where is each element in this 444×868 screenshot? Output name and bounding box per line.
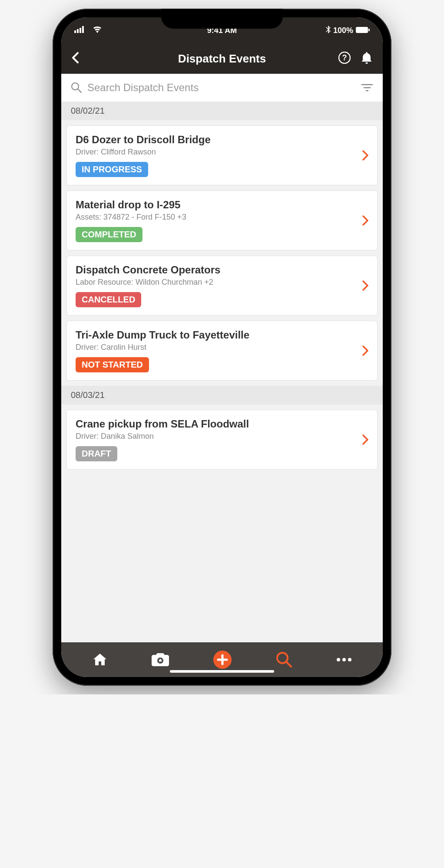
date-header: 08/03/21: [61, 386, 383, 404]
svg-line-18: [286, 662, 291, 667]
chevron-right-icon: [362, 150, 368, 161]
search-input[interactable]: Search Dispatch Events: [87, 82, 356, 94]
svg-rect-1: [77, 29, 79, 33]
event-title: Tri-Axle Dump Truck to Fayetteville: [76, 329, 362, 341]
nav-more-button[interactable]: [336, 658, 352, 662]
event-title: Dispatch Concrete Operators: [76, 264, 362, 276]
event-card[interactable]: D6 Dozer to Driscoll BridgeDriver: Cliff…: [66, 125, 378, 185]
event-content: D6 Dozer to Driscoll BridgeDriver: Cliff…: [76, 134, 362, 177]
svg-point-19: [337, 658, 340, 661]
battery-icon: [356, 26, 370, 35]
search-placeholder: Search Dispatch Events: [87, 82, 199, 93]
svg-rect-2: [80, 28, 81, 33]
nav-camera-button[interactable]: [152, 652, 169, 667]
nav-home-button[interactable]: [92, 652, 108, 667]
event-content: Crane pickup from SELA FloodwallDriver: …: [76, 418, 362, 461]
event-content: Tri-Axle Dump Truck to FayettevilleDrive…: [76, 329, 362, 372]
svg-point-21: [348, 658, 351, 661]
svg-point-20: [342, 658, 346, 661]
svg-rect-5: [368, 29, 370, 31]
status-badge: COMPLETED: [76, 227, 142, 242]
status-right: 100%: [325, 26, 370, 36]
chevron-right-icon: [362, 280, 368, 291]
page-title: Dispatch Events: [178, 52, 266, 66]
status-badge: NOT STARTED: [76, 357, 149, 372]
event-subtitle: Driver: Danika Salmon: [76, 432, 362, 441]
nav-search-button[interactable]: [276, 651, 292, 668]
phone-screen: 9:41 AM 100% Dispatch Events ?: [61, 17, 383, 677]
event-subtitle: Driver: Clifford Rawson: [76, 148, 362, 157]
event-list: Crane pickup from SELA FloodwallDriver: …: [61, 404, 383, 475]
svg-line-9: [78, 89, 81, 92]
phone-frame: 9:41 AM 100% Dispatch Events ?: [53, 9, 391, 686]
event-subtitle: Driver: Carolin Hurst: [76, 343, 362, 352]
event-card[interactable]: Tri-Axle Dump Truck to FayettevilleDrive…: [66, 321, 378, 381]
svg-rect-0: [74, 30, 76, 33]
nav-add-button[interactable]: [213, 651, 232, 669]
filter-button[interactable]: [361, 83, 373, 92]
search-icon: [71, 82, 82, 93]
event-card[interactable]: Crane pickup from SELA FloodwallDriver: …: [66, 410, 378, 470]
chevron-right-icon: [362, 434, 368, 445]
chevron-right-icon: [362, 215, 368, 226]
bluetooth-icon: [325, 26, 331, 36]
signal-icon: [74, 26, 84, 35]
event-title: D6 Dozer to Driscoll Bridge: [76, 134, 362, 146]
battery-percent: 100%: [333, 26, 353, 35]
chevron-right-icon: [362, 345, 368, 356]
event-list-container[interactable]: 08/02/21D6 Dozer to Driscoll BridgeDrive…: [61, 102, 383, 642]
event-content: Material drop to I-295Assets: 374872 - F…: [76, 199, 362, 242]
event-title: Material drop to I-295: [76, 199, 362, 211]
event-list: D6 Dozer to Driscoll BridgeDriver: Cliff…: [61, 120, 383, 386]
app-header: Dispatch Events ?: [61, 43, 383, 74]
svg-rect-3: [82, 26, 84, 33]
phone-notch: [161, 9, 283, 29]
event-card[interactable]: Dispatch Concrete OperatorsLabor Resourc…: [66, 256, 378, 316]
back-button[interactable]: [72, 52, 79, 65]
event-subtitle: Assets: 374872 - Ford F-150 +3: [76, 213, 362, 222]
event-title: Crane pickup from SELA Floodwall: [76, 418, 362, 430]
date-header: 08/02/21: [61, 102, 383, 120]
help-button[interactable]: ?: [338, 52, 351, 66]
wifi-icon: [93, 26, 102, 35]
notifications-button[interactable]: [361, 52, 372, 66]
svg-rect-4: [356, 27, 368, 33]
event-subtitle: Labor Resource: Wildon Churchman +2: [76, 278, 362, 287]
status-badge: IN PROGRESS: [76, 162, 148, 177]
home-indicator[interactable]: [170, 670, 274, 673]
status-badge: CANCELLED: [76, 292, 141, 307]
event-card[interactable]: Material drop to I-295Assets: 374872 - F…: [66, 191, 378, 250]
status-left: [74, 26, 102, 35]
search-bar[interactable]: Search Dispatch Events: [61, 74, 383, 102]
svg-text:?: ?: [342, 53, 347, 62]
event-content: Dispatch Concrete OperatorsLabor Resourc…: [76, 264, 362, 307]
status-badge: DRAFT: [76, 446, 117, 461]
